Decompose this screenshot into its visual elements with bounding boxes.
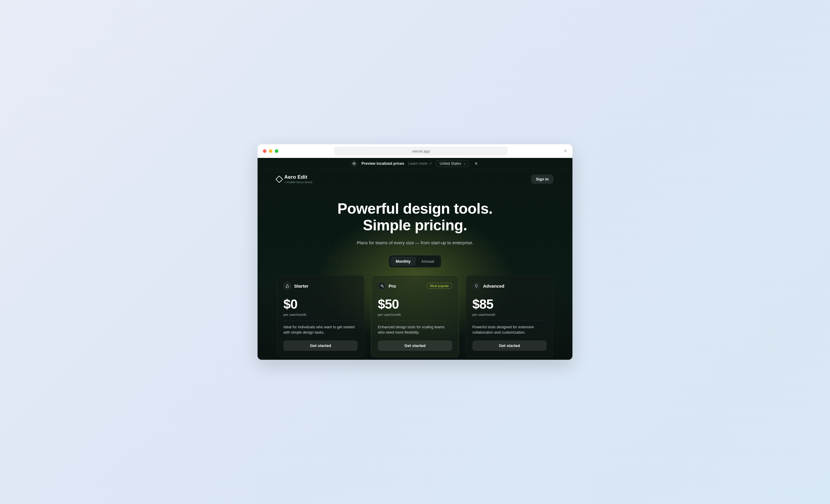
hero-heading-line1: Powerful design tools. bbox=[338, 200, 492, 217]
country-select-value: United States bbox=[440, 162, 461, 166]
new-tab-icon[interactable]: + bbox=[564, 148, 567, 155]
country-select[interactable]: United States bbox=[436, 160, 469, 167]
window-maximize-icon[interactable] bbox=[275, 149, 278, 153]
globe-icon bbox=[351, 160, 357, 167]
browser-chrome-bar: vercel.app + bbox=[258, 144, 572, 158]
plan-description: Powerful tools designed for extensive co… bbox=[472, 325, 547, 335]
brand-logo-icon bbox=[276, 175, 283, 183]
address-bar-text: vercel.app bbox=[412, 149, 430, 154]
plan-description: Enhanced design tools for scaling teams … bbox=[378, 325, 452, 335]
plan-unit: per user/month bbox=[378, 313, 452, 316]
brand-name: Aero Edit bbox=[284, 174, 312, 179]
toggle-monthly[interactable]: Monthly bbox=[390, 257, 416, 266]
banner-message: Preview localized prices bbox=[361, 162, 404, 166]
window-controls bbox=[263, 149, 278, 153]
plan-header: Pro Most popular bbox=[378, 282, 452, 290]
external-arrow-icon: ↗ bbox=[429, 162, 432, 165]
plan-title: Pro bbox=[389, 283, 396, 289]
divider bbox=[378, 321, 452, 321]
plan-header: Starter bbox=[283, 282, 358, 290]
banner-close-icon[interactable]: ✕ bbox=[473, 161, 479, 166]
brand-subtitle: A Paddle Demo Brand bbox=[284, 181, 312, 184]
plan-description: Ideal for individuals who want to get st… bbox=[283, 325, 358, 335]
hero-heading: Powerful design tools. Simple pricing. bbox=[269, 200, 561, 234]
address-bar[interactable]: vercel.app bbox=[334, 147, 508, 156]
window-close-icon[interactable] bbox=[263, 149, 266, 153]
window-minimize-icon[interactable] bbox=[269, 149, 273, 153]
hero: Powerful design tools. Simple pricing. P… bbox=[258, 184, 572, 267]
learn-more-text: Learn more bbox=[409, 162, 427, 166]
brand-text: Aero Edit A Paddle Demo Brand bbox=[284, 174, 312, 184]
divider bbox=[472, 321, 547, 321]
plan-advanced: Advanced $85 per user/month Powerful too… bbox=[466, 275, 553, 357]
localization-banner: Preview localized prices Learn more ↗ Un… bbox=[258, 158, 572, 169]
brand[interactable]: Aero Edit A Paddle Demo Brand bbox=[277, 174, 312, 184]
page-content: Preview localized prices Learn more ↗ Un… bbox=[258, 158, 572, 360]
learn-more-link[interactable]: Learn more ↗ bbox=[409, 162, 432, 166]
billing-toggle: Monthly Annual bbox=[389, 255, 441, 267]
lightbulb-icon bbox=[472, 282, 480, 290]
toggle-annual[interactable]: Annual bbox=[416, 257, 440, 266]
plan-title: Advanced bbox=[483, 283, 504, 289]
plan-unit: per user/month bbox=[283, 313, 358, 316]
browser-window: vercel.app + Preview localized prices Le… bbox=[258, 144, 572, 360]
get-started-button[interactable]: Get started bbox=[472, 340, 547, 351]
plan-pro: Pro Most popular $50 per user/month Enha… bbox=[371, 275, 459, 357]
divider bbox=[283, 321, 358, 321]
plan-price: $0 bbox=[283, 297, 358, 312]
hero-heading-line2: Simple pricing. bbox=[363, 217, 467, 234]
plan-price: $50 bbox=[378, 297, 452, 312]
thumbs-up-icon bbox=[283, 282, 291, 290]
sparkle-icon bbox=[378, 282, 386, 290]
pricing-plans: Starter $0 per user/month Ideal for indi… bbox=[258, 267, 572, 357]
plan-price: $85 bbox=[472, 297, 547, 312]
plan-starter: Starter $0 per user/month Ideal for indi… bbox=[277, 275, 364, 357]
get-started-button[interactable]: Get started bbox=[283, 340, 358, 351]
site-header: Aero Edit A Paddle Demo Brand Sign in bbox=[258, 169, 572, 184]
plan-unit: per user/month bbox=[472, 313, 547, 316]
plan-title: Starter bbox=[294, 283, 308, 289]
hero-subtitle: Plans for teams of every size — from sta… bbox=[269, 240, 561, 245]
get-started-button[interactable]: Get started bbox=[378, 340, 452, 351]
most-popular-badge: Most popular bbox=[426, 283, 452, 289]
sign-in-button[interactable]: Sign in bbox=[531, 174, 553, 184]
plan-header: Advanced bbox=[472, 282, 547, 290]
